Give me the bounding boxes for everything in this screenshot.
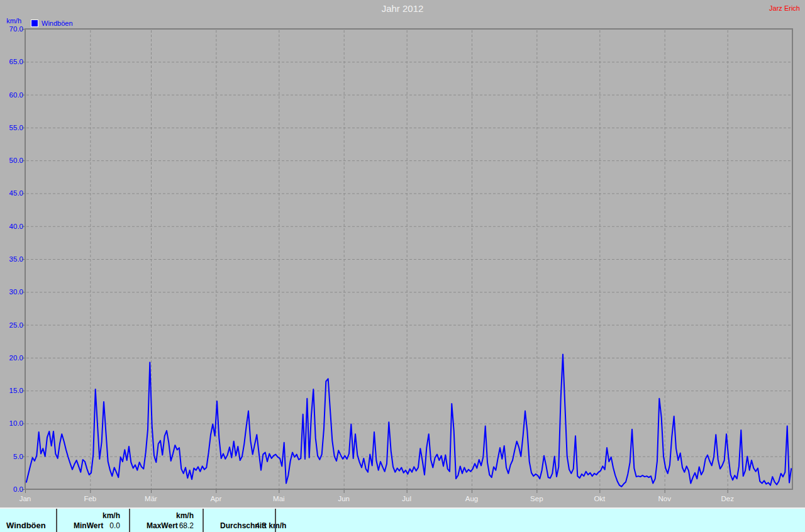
minwert-value: 0.0	[109, 521, 120, 531]
summary-durchschnitt-cell: Durchschnitt km/h 4.3	[204, 509, 274, 532]
y-tick-label: 35.0	[9, 255, 23, 263]
x-tick-label: Nov	[658, 495, 671, 502]
y-tick-label: 30.0	[9, 288, 23, 296]
y-tick-label: 20.0	[9, 354, 23, 362]
y-tick-label: 0.0	[13, 485, 23, 493]
summary-minwert-cell: MinWert km/h 01.01. 00:00 0.0	[57, 509, 128, 532]
wind-gust-series-line	[26, 355, 792, 487]
durchschnitt-value: 4.3	[255, 521, 266, 531]
y-tick-label: 5.0	[13, 453, 23, 460]
y-tick-label: 10.0	[9, 419, 23, 427]
x-tick-label: Mai	[273, 495, 285, 502]
y-tick-label: 55.0	[9, 124, 23, 131]
summary-table: Windböen MinWert km/h 01.01. 00:00 0.0 M…	[0, 507, 805, 532]
summary-maxwert-cell: MaxWert km/h 09.07. 17:20NO 68.2	[130, 509, 201, 532]
y-tick-label: 40.0	[9, 223, 23, 230]
x-tick-label: Mär	[145, 495, 157, 502]
maxwert-unit: km/h	[176, 511, 194, 521]
x-tick-label: Jul	[402, 495, 411, 502]
summary-row-label: Windböen	[6, 521, 46, 531]
x-tick-label: Okt	[594, 495, 606, 502]
x-tick-label: Jun	[338, 495, 350, 502]
y-tick-label: 15.0	[9, 387, 23, 394]
minwert-unit: km/h	[103, 511, 120, 521]
y-tick-label: 50.0	[9, 157, 23, 164]
x-tick-label: Apr	[210, 495, 221, 502]
y-tick-label: 60.0	[9, 91, 23, 99]
y-tick-label: 25.0	[9, 321, 23, 329]
x-tick-label: Dez	[721, 495, 734, 502]
x-tick-label: Feb	[84, 495, 96, 502]
maxwert-value: 68.2	[179, 521, 194, 531]
y-tick-label: 65.0	[9, 58, 23, 65]
x-tick-label: Sep	[530, 495, 543, 502]
summary-row-label-cell: Windböen	[0, 509, 56, 532]
x-tick-label: Jan	[19, 495, 31, 502]
summary-divider	[275, 509, 276, 532]
plot-border	[25, 29, 792, 489]
x-tick-label: Aug	[465, 495, 478, 502]
y-tick-label: 45.0	[9, 189, 23, 197]
wind-gust-line-chart[interactable]: 0.05.010.015.020.025.030.035.040.045.050…	[0, 0, 805, 507]
y-tick-label: 70.0	[9, 25, 23, 33]
